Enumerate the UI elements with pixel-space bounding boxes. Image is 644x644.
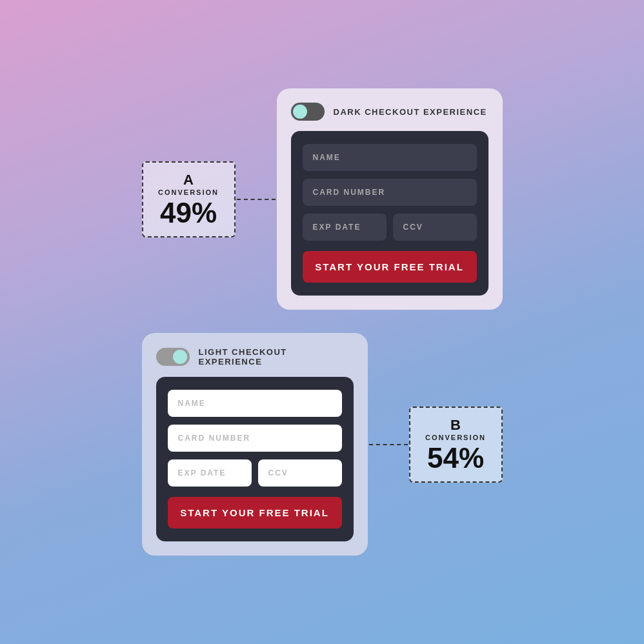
section-b: LIGHT CHECKOUT EXPERIENCE START YOUR FRE… bbox=[142, 333, 503, 556]
section-a: A CONVERSION 49% DARK CHECKOUT EXPERIENC… bbox=[142, 88, 503, 310]
exp-input-b[interactable] bbox=[168, 459, 252, 487]
exp-input-a[interactable] bbox=[303, 214, 387, 241]
light-form: START YOUR FREE TRIAL bbox=[156, 377, 354, 541]
card-input-b[interactable] bbox=[168, 425, 342, 452]
toggle-label-b: LIGHT CHECKOUT EXPERIENCE bbox=[199, 347, 354, 367]
badge-b-letter: B bbox=[425, 417, 487, 434]
light-checkout-card: LIGHT CHECKOUT EXPERIENCE START YOUR FRE… bbox=[142, 333, 368, 556]
toggle-a[interactable] bbox=[291, 103, 325, 121]
toggle-knob-a bbox=[293, 105, 307, 119]
toggle-b[interactable] bbox=[156, 348, 190, 366]
connector-a bbox=[237, 199, 276, 200]
cta-button-b[interactable]: START YOUR FREE TRIAL bbox=[168, 497, 342, 528]
cta-button-a[interactable]: START YOUR FREE TRIAL bbox=[303, 251, 477, 283]
badge-a-label: CONVERSION bbox=[157, 188, 220, 196]
dark-form: START YOUR FREE TRIAL bbox=[291, 131, 488, 296]
conversion-badge-a: A CONVERSION 49% bbox=[142, 161, 236, 237]
ccv-input-b[interactable] bbox=[258, 459, 342, 487]
badge-a-letter: A bbox=[157, 172, 220, 188]
toggle-row-b: LIGHT CHECKOUT EXPERIENCE bbox=[156, 347, 354, 367]
badge-b-label: CONVERSION bbox=[425, 434, 487, 441]
dark-checkout-card: DARK CHECKOUT EXPERIENCE START YOUR FREE… bbox=[277, 88, 503, 310]
badge-b-percent: 54% bbox=[425, 444, 487, 472]
row-inputs-a bbox=[303, 214, 477, 241]
card-input-a[interactable] bbox=[303, 179, 477, 206]
name-input-b[interactable] bbox=[168, 390, 342, 417]
toggle-label-a: DARK CHECKOUT EXPERIENCE bbox=[334, 107, 487, 117]
badge-a-percent: 49% bbox=[157, 199, 220, 227]
ccv-input-a[interactable] bbox=[393, 214, 477, 241]
connector-b bbox=[369, 444, 408, 445]
toggle-row-a: DARK CHECKOUT EXPERIENCE bbox=[291, 103, 488, 121]
row-inputs-b bbox=[168, 459, 342, 487]
toggle-knob-b bbox=[173, 350, 187, 364]
name-input-a[interactable] bbox=[303, 144, 477, 171]
conversion-badge-b: B CONVERSION 54% bbox=[409, 407, 503, 483]
